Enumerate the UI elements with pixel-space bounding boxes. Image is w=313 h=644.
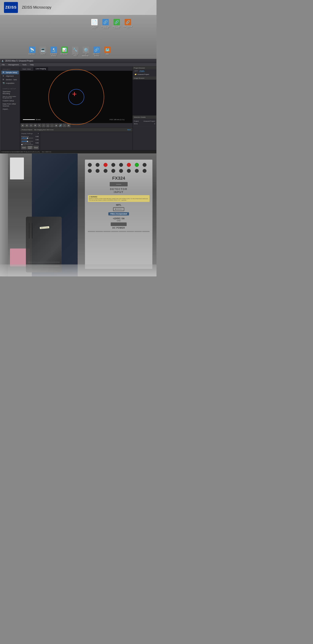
shelf-left [0, 154, 8, 276]
project-tree-item-unsaved[interactable]: 📁 Unsaved Project [134, 73, 155, 76]
desktop-icon-czsupport[interactable]: 🔧 cZSupport Tools [70, 46, 80, 57]
cable-wrap-2 [28, 262, 60, 262]
desktop-icon-label: SmartSEM Shortcut [49, 53, 58, 57]
desktop-icon-img: 🔗 [102, 19, 109, 25]
menu-help[interactable]: Help [29, 64, 35, 66]
desktop-icon-label: The PC [40, 53, 46, 55]
tab-project[interactable]: Project [139, 70, 145, 72]
reset-button[interactable]: Reset [34, 146, 39, 149]
viewport-content: 10 mm FOV: 105 mm (1.2 x) [20, 71, 132, 123]
toolbar-btn-move[interactable]: ↓ [50, 124, 54, 127]
toolbar-btn-poly[interactable]: △ [46, 124, 50, 127]
desktop-icon-pc[interactable]: 💻 The PC [38, 46, 48, 57]
fibics-logo: Fibics Incorporated [108, 212, 129, 216]
sidebar-group-project: Project [2, 67, 19, 71]
desktop-icon-img: 📡 [29, 46, 35, 53]
more-btn[interactable]: More [127, 129, 131, 131]
camera-icon: 📷 [2, 82, 5, 84]
toolbar-btn-zoom-out[interactable]: ⊖ [25, 124, 29, 127]
desktop-icon-vastest[interactable]: 🔗 VAS TEST... Shortcut [92, 46, 101, 57]
menu-management[interactable]: Management [8, 64, 20, 66]
desktop-icon-atlas2[interactable]: 🗺️ Atlas [102, 46, 112, 57]
scale-bar-line [23, 119, 35, 120]
toolbar-btn-fit[interactable]: ⊙ [29, 124, 33, 127]
cable-vertical-2 [32, 223, 32, 238]
main-content: Main View Live Imaging 10 mm FOV: 105 mm… [20, 66, 132, 150]
global-norm-button[interactable]: Global Norm [27, 146, 33, 149]
brightness-slider[interactable] [21, 138, 33, 138]
slot-3 [103, 231, 111, 232]
desktop-icon-label: iSM Monitor... [60, 53, 69, 55]
right-panel: Project Browser Layers Project 📁 Unsaved… [132, 66, 156, 150]
sidebar-item-acquisition[interactable]: 📷 Acquisition [2, 82, 19, 85]
selection-row-items: Items 0 [134, 122, 155, 125]
desktop-icon-desktopfiles[interactable]: 🔗 Desktop Files Shortcut [101, 19, 110, 29]
toolbar-btn-rect[interactable]: □ [42, 124, 46, 127]
btn-dark-2 [96, 163, 100, 167]
device-button-grid-top [88, 163, 150, 167]
menu-tools[interactable]: Tools [22, 64, 27, 66]
tab-layers[interactable]: Layers [134, 70, 139, 72]
brightness-thumb[interactable] [27, 138, 28, 139]
project-tree: 📁 Unsaved Project [132, 72, 156, 76]
sidebar-item-stub[interactable]: Stub on a Stub holder for general use [2, 95, 19, 99]
device-in-photo: FX324 ▪▪▪▪▪▪▪▪▪ DETECTOR INPUT ⚠ WARNING… [85, 160, 152, 269]
sidebar-item-custom[interactable]: Custom Setup [2, 99, 19, 102]
zeiss-logo: ZEISS [4, 2, 18, 13]
transparency-thumb[interactable] [21, 144, 22, 145]
selection-details-section: Selection Details Project Unsaved Projec… [132, 116, 156, 126]
toolbar-btn-pan[interactable]: ✥ [34, 124, 37, 127]
sidebar-label-import: Import... [2, 108, 9, 110]
desktop-icon-img: 🔗 [114, 19, 120, 25]
sidebar-item-alignment[interactable]: ⊕ Alignment [2, 74, 19, 78]
toolbar-btn-zoom-in[interactable]: ⊕ [21, 124, 24, 127]
desktop-icon-ism[interactable]: 📊 iSM Monitor... [60, 46, 69, 57]
desktop-icon-img: 📄 [91, 19, 98, 25]
detector-label: DETECTOR [88, 188, 150, 190]
tab-main-view[interactable]: Main View [20, 68, 33, 71]
desktop-icon-smartsem[interactable]: 📄 SmartSEM WMSe... [90, 19, 99, 29]
sidebar-item-specimen[interactable]: Specimen Mounting [2, 90, 19, 95]
transparency-label: Transparency [21, 142, 31, 144]
desktop-icon-label: Desktop Files Shortcut [101, 26, 110, 29]
desktop-icon-teamview[interactable]: 📡 TeamView... [27, 46, 37, 57]
sidebar-item-sample-setup[interactable]: ⚙ Sample Setup [2, 71, 19, 74]
sidebar-item-section-sets[interactable]: ⊞ Section - Sets [2, 78, 19, 82]
toolbar-btn-link[interactable]: 🔗 [58, 124, 62, 127]
contrast-thumb[interactable] [27, 141, 28, 142]
viewport[interactable]: 10 mm FOV: 105 mm (1.2 x) [20, 71, 132, 123]
desktop-icon-atlas[interactable]: 🔗 Atlas Engine Shortcut [112, 19, 122, 29]
floor-area [0, 264, 156, 276]
toolbar-btn-snap[interactable]: ◈ [54, 124, 58, 127]
gnd-label: GND [88, 220, 150, 222]
slot-7 [134, 231, 142, 232]
selection-project-value: Unsaved Project [143, 120, 155, 122]
sidebar-label-custom: Custom Setup [2, 100, 14, 102]
invert-button[interactable]: Invert [21, 146, 26, 149]
desktop-icon-smartsem2[interactable]: 🔬 SmartSEM Shortcut [49, 46, 58, 57]
project-item-label: Unsaved Project [138, 74, 149, 75]
sidebar-item-import[interactable]: Import... [2, 108, 19, 111]
tab-live-imaging[interactable]: Live Imaging [33, 67, 48, 71]
grid-icon: ⊞ [2, 78, 5, 81]
slot-1 [88, 231, 95, 232]
btn-dark-6 [88, 169, 92, 173]
toolbar-btn-extra[interactable]: ⊞ [67, 124, 70, 127]
sidebar-label-section-sets: Section - Sets [6, 79, 17, 81]
device-content: FX324 ▪▪▪▪▪▪▪▪▪ DETECTOR INPUT ⚠ WARNING… [85, 160, 152, 235]
zeiss-logo-text: ZEISS [5, 6, 16, 10]
scale-bar: 10 mm [23, 119, 40, 120]
transparency-slider[interactable] [21, 144, 33, 145]
contrast-slider[interactable] [21, 141, 33, 142]
sidebar-item-data-other[interactable]: Data From Other Sources [2, 102, 19, 108]
desktop-icon-czmaint[interactable]: ⚙️ cZ Maintenan... [81, 46, 90, 57]
toolbar-btn-circle[interactable]: ○ [63, 124, 66, 127]
device-port-holes: ▪▪▪▪▪▪▪▪▪ [116, 184, 121, 185]
desktop-icon-fibics[interactable]: 🔗 Fibics Remote Co... [123, 19, 132, 29]
btn-red-1 [104, 163, 108, 167]
toolbar-btn-select[interactable]: ✎ [38, 124, 41, 127]
menu-file[interactable]: File [1, 64, 6, 66]
protocol-label: Protocol Name: [22, 129, 33, 131]
selection-details-title: Selection Details [132, 116, 156, 119]
selection-details: Project Unsaved Project Items 0 [132, 119, 156, 126]
